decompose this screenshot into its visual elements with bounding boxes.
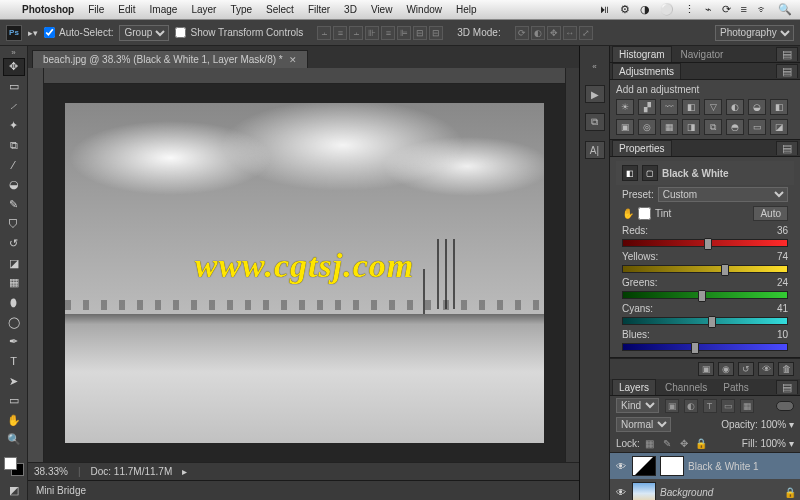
toolbox-collapse-icon[interactable]: »	[0, 48, 27, 57]
type-tool-icon[interactable]: T	[3, 353, 25, 371]
zoom-tool-icon[interactable]: 🔍	[3, 431, 25, 449]
adj-colorlookup-icon[interactable]: ▦	[660, 119, 678, 135]
layer-mask-thumb[interactable]	[660, 456, 684, 476]
path-select-tool-icon[interactable]: ➤	[3, 372, 25, 390]
show-transform-checkbox[interactable]	[175, 27, 186, 38]
auto-select-target[interactable]: Group	[119, 25, 169, 41]
adj-selcolor-icon[interactable]: ◪	[770, 119, 788, 135]
color-swatches[interactable]	[3, 456, 25, 478]
bw-mask-icon[interactable]: ▢	[642, 165, 658, 181]
menu-image[interactable]: Image	[150, 4, 178, 15]
slider-yellows[interactable]: Yellows:74	[616, 249, 794, 275]
eyedropper-tool-icon[interactable]: ∕	[3, 156, 25, 174]
tray-dot-icon[interactable]: ⚪	[660, 3, 674, 16]
menu-layer[interactable]: Layer	[191, 4, 216, 15]
layer-item-bw1[interactable]: 👁 Black & White 1	[610, 453, 800, 479]
menu-edit[interactable]: Edit	[118, 4, 135, 15]
toggle-visibility-icon[interactable]: 👁	[758, 362, 774, 376]
slider-greens[interactable]: Greens:24	[616, 275, 794, 301]
document-image[interactable]: www.cgtsj.com	[65, 103, 544, 443]
layer-item-background[interactable]: 👁 Background 🔒	[610, 479, 800, 500]
menu-type[interactable]: Type	[230, 4, 252, 15]
tint-toggle[interactable]: Tint	[638, 207, 671, 220]
lasso-tool-icon[interactable]: ⟋	[3, 97, 25, 115]
menu-select[interactable]: Select	[266, 4, 294, 15]
lock-all-icon[interactable]: 🔒	[694, 436, 708, 450]
3d-scale-icon[interactable]: ⤢	[579, 26, 593, 40]
filter-adjust-icon[interactable]: ◐	[684, 399, 698, 413]
3d-pan-icon[interactable]: ✥	[547, 26, 561, 40]
workspace-switcher[interactable]: Photography	[715, 25, 794, 41]
tab-channels[interactable]: Channels	[658, 379, 714, 395]
view-previous-icon[interactable]: ◉	[718, 362, 734, 376]
slider-cyans[interactable]: Cyans:41	[616, 301, 794, 327]
tab-adjustments[interactable]: Adjustments	[612, 63, 681, 79]
gradient-tool-icon[interactable]: ▦	[3, 274, 25, 292]
tab-navigator[interactable]: Navigator	[674, 46, 731, 62]
shape-tool-icon[interactable]: ▭	[3, 392, 25, 410]
collapsed-panel-history-icon[interactable]: ▶	[585, 85, 605, 103]
distribute-v-icon[interactable]: ⊟	[429, 26, 443, 40]
fill-stepper-icon[interactable]: ▾	[789, 438, 794, 449]
bw-adjustment-icon[interactable]: ◧	[622, 165, 638, 181]
align-top-icon[interactable]: ⫠	[317, 26, 331, 40]
adj-colorbal-icon[interactable]: ◒	[748, 99, 766, 115]
lock-pixels-icon[interactable]: ✎	[660, 436, 674, 450]
brush-tool-icon[interactable]: ✎	[3, 195, 25, 213]
filter-smart-icon[interactable]: ▦	[740, 399, 754, 413]
move-tool-icon[interactable]: ✥	[3, 58, 25, 76]
menu-view[interactable]: View	[371, 4, 393, 15]
slider-reds[interactable]: Reds:36	[616, 223, 794, 249]
menu-filter[interactable]: Filter	[308, 4, 330, 15]
app-logo-icon[interactable]: Ps	[6, 25, 22, 41]
canvas-scrollbar-vertical[interactable]	[565, 68, 579, 462]
crop-tool-icon[interactable]: ⧉	[3, 137, 25, 155]
adj-posterize-icon[interactable]: ⧉	[704, 119, 722, 135]
menu-window[interactable]: Window	[406, 4, 442, 15]
reds-value[interactable]: 36	[777, 225, 788, 236]
pen-tool-icon[interactable]: ✒	[3, 333, 25, 351]
quick-mask-icon[interactable]: ◩	[3, 481, 25, 499]
healing-brush-tool-icon[interactable]: ◒	[3, 176, 25, 194]
layer-name[interactable]: Background	[660, 487, 780, 498]
delete-adjustment-icon[interactable]: 🗑	[778, 362, 794, 376]
yellows-value[interactable]: 74	[777, 251, 788, 262]
auto-select-checkbox[interactable]	[44, 27, 55, 38]
canvas[interactable]: www.cgtsj.com	[44, 84, 565, 462]
adj-photofilter-icon[interactable]: ▣	[616, 119, 634, 135]
targeted-adjust-icon[interactable]: ✋	[622, 208, 634, 219]
tab-properties[interactable]: Properties	[612, 140, 672, 156]
menu-3d[interactable]: 3D	[344, 4, 357, 15]
opacity-value[interactable]: 100%	[761, 419, 787, 430]
filter-shape-icon[interactable]: ▭	[721, 399, 735, 413]
blues-value[interactable]: 10	[777, 329, 788, 340]
layer-filter-kind[interactable]: Kind	[616, 398, 659, 413]
tint-checkbox[interactable]	[638, 207, 651, 220]
stamp-tool-icon[interactable]: ⛉	[3, 215, 25, 233]
tool-preset-icon[interactable]: ▸▾	[28, 28, 38, 38]
adj-bw-icon[interactable]: ◧	[770, 99, 788, 115]
layer-name[interactable]: Black & White 1	[688, 461, 796, 472]
lock-position-icon[interactable]: ✥	[677, 436, 691, 450]
adj-gradmap-icon[interactable]: ▭	[748, 119, 766, 135]
preset-dropdown[interactable]: Custom	[658, 187, 788, 202]
tab-histogram[interactable]: Histogram	[612, 46, 672, 62]
layer-visibility-icon[interactable]: 👁	[614, 461, 628, 472]
panel-menu-icon[interactable]: ▤	[776, 64, 798, 78]
panel-menu-icon[interactable]: ▤	[776, 380, 798, 394]
greens-value[interactable]: 24	[777, 277, 788, 288]
tray-wifi-icon[interactable]: ᯤ	[757, 3, 768, 16]
fill-value[interactable]: 100%	[760, 438, 786, 449]
layer-thumb-background[interactable]	[632, 482, 656, 500]
zoom-level[interactable]: 38.33%	[34, 466, 68, 477]
tray-battery-icon[interactable]: ⌁	[705, 3, 712, 16]
filter-type-icon[interactable]: T	[703, 399, 717, 413]
eraser-tool-icon[interactable]: ◪	[3, 254, 25, 272]
collapsed-panel-actions-icon[interactable]: ⧉	[585, 113, 605, 131]
clip-to-layer-icon[interactable]: ▣	[698, 362, 714, 376]
lock-transparent-icon[interactable]: ▦	[643, 436, 657, 450]
adj-curves-icon[interactable]: 〰	[660, 99, 678, 115]
close-tab-icon[interactable]: ✕	[289, 55, 297, 65]
distribute-h-icon[interactable]: ⊟	[413, 26, 427, 40]
dodge-tool-icon[interactable]: ◯	[3, 313, 25, 331]
